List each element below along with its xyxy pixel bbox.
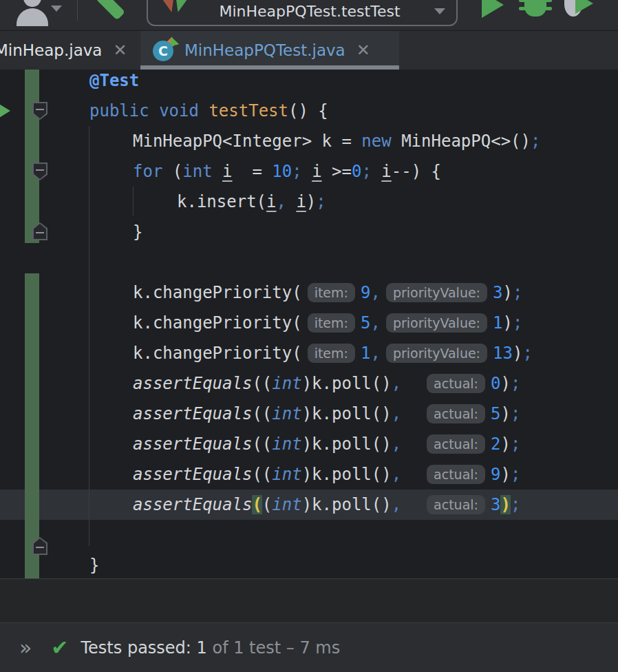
- code-line[interactable]: MinHeapPQ<Integer> k = new MinHeapPQ<>()…: [0, 126, 618, 156]
- tab-minheappqtest-java[interactable]: C MinHeapPQTest.java ✕: [140, 31, 399, 70]
- code-line[interactable]: k.changePriority(item:1,priorityValue:13…: [0, 338, 618, 368]
- code-token: ((: [252, 434, 272, 454]
- code-token: [401, 404, 421, 423]
- run-configuration-combo[interactable]: MinHeapPQTest.testTest: [147, 0, 458, 26]
- code-line[interactable]: k.changePriority(item:5,priorityValue:1)…: [0, 308, 618, 338]
- code-token: ;: [513, 313, 522, 333]
- code-line[interactable]: for (int i = 10; i >=0; i--) {: [0, 156, 618, 187]
- tab-close-icon[interactable]: ✕: [113, 41, 127, 60]
- status-bar: » ✔ Tests passed: 1 of 1 test – 7 ms: [0, 622, 618, 672]
- code-token: ;: [522, 344, 532, 363]
- code-token: 1: [361, 344, 370, 363]
- fold-marker-icon[interactable]: [32, 162, 47, 180]
- debug-button[interactable]: [522, 0, 549, 18]
- indent-guide: [133, 187, 134, 216]
- code-token: ;: [316, 192, 326, 211]
- code-line[interactable]: k.insert(i, i);: [0, 187, 618, 217]
- code-token: }: [89, 556, 99, 575]
- fold-marker-icon[interactable]: [32, 537, 47, 555]
- tab-label: MinHeap.java: [0, 41, 102, 59]
- vcs-change-bar[interactable]: [25, 70, 39, 243]
- code-line[interactable]: }: [0, 217, 618, 247]
- indent-guide: [89, 126, 89, 546]
- main-toolbar: MinHeapPQTest.testTest: [0, 0, 618, 30]
- avatar-dropdown-chevron-icon[interactable]: [51, 6, 62, 12]
- code-token: >=: [322, 162, 352, 181]
- code-token: int: [272, 495, 301, 514]
- code-token: assertEquals: [133, 374, 252, 393]
- code-token: public: [89, 101, 149, 120]
- parameter-hint: item:: [308, 283, 355, 302]
- code-token: ;: [511, 465, 520, 484]
- code-token: ): [306, 192, 316, 211]
- code-line[interactable]: public void testTest() {: [0, 96, 618, 126]
- code-token: 5: [491, 404, 500, 423]
- parameter-hint: actual:: [427, 495, 485, 514]
- code-token: (: [262, 495, 272, 514]
- code-line[interactable]: [0, 520, 618, 550]
- parameter-hint: actual:: [427, 374, 485, 393]
- run-configuration-label: MinHeapPQTest.testTest: [196, 3, 423, 20]
- test-status-message[interactable]: Tests passed: 1 of 1 test – 7 ms: [81, 638, 341, 658]
- code-token: ,: [370, 313, 380, 333]
- run-with-coverage-button[interactable]: [564, 0, 596, 21]
- code-line[interactable]: @Test: [0, 70, 618, 96]
- parameter-hint: priorityValue:: [386, 313, 487, 333]
- code-token: ,: [370, 344, 380, 363]
- code-token: int: [272, 465, 301, 484]
- code-token: [149, 101, 159, 120]
- user-avatar-icon[interactable]: [17, 0, 48, 22]
- code-token: i: [381, 162, 391, 181]
- code-line[interactable]: assertEquals((int)k.poll(), actual:9);: [0, 459, 618, 490]
- code-line[interactable]: assertEquals((int)k.poll(), actual:3);: [0, 490, 618, 520]
- code-token: ): [500, 434, 510, 454]
- code-token: [401, 465, 421, 484]
- build-hammer-icon[interactable]: [96, 0, 125, 21]
- code-line[interactable]: k.changePriority(item:9,priorityValue:3)…: [0, 277, 618, 308]
- code-token: 0: [352, 162, 361, 181]
- code-token: ): [500, 495, 510, 514]
- code-token: )k.poll(): [302, 495, 392, 514]
- code-token: ((: [252, 404, 272, 423]
- parameter-hint: priorityValue:: [386, 344, 487, 363]
- vcs-change-bar[interactable]: [25, 273, 39, 578]
- bug-icon: [524, 0, 546, 17]
- code-token: () {: [288, 101, 328, 120]
- code-token: i: [266, 192, 276, 211]
- code-token: )k.poll(): [302, 374, 392, 393]
- code-token: 2: [491, 434, 500, 454]
- tab-minheap-java[interactable]: MinHeap.java ✕: [0, 31, 140, 70]
- code-token: ;: [513, 283, 522, 302]
- code-token: ;: [531, 132, 540, 151]
- code-line[interactable]: }: [0, 550, 618, 578]
- run-test-gutter-icon[interactable]: [0, 101, 10, 120]
- run-button[interactable]: [482, 0, 504, 18]
- code-token: 9: [361, 283, 370, 302]
- code-token: ,: [392, 374, 401, 393]
- code-token: ,: [392, 434, 401, 454]
- code-token: ((: [252, 465, 272, 484]
- code-token: ): [502, 313, 512, 333]
- code-token: k.changePriority(: [133, 313, 302, 333]
- code-token: ): [500, 374, 510, 393]
- code-line[interactable]: [0, 247, 618, 277]
- code-token: ;: [292, 162, 301, 181]
- parameter-hint: priorityValue:: [386, 283, 487, 302]
- run-configuration-chevron-icon[interactable]: [434, 8, 445, 14]
- fold-marker-icon[interactable]: [32, 102, 47, 120]
- code-token: ;: [511, 434, 520, 454]
- bottom-panel: [0, 578, 618, 622]
- fold-marker-icon[interactable]: [32, 222, 47, 240]
- code-token: int: [272, 434, 301, 454]
- code-line[interactable]: assertEquals((int)k.poll(), actual:5);: [0, 399, 618, 429]
- code-token: ,: [370, 283, 380, 302]
- java-class-icon: C: [153, 39, 175, 61]
- code-line[interactable]: assertEquals((int)k.poll(), actual:2);: [0, 429, 618, 459]
- expand-chevrons-icon[interactable]: »: [19, 636, 32, 660]
- code-line[interactable]: assertEquals((int)k.poll(), actual:0);: [0, 368, 618, 399]
- code-token: ;: [511, 404, 520, 423]
- code-editor[interactable]: @Testpublic void testTest() {MinHeapPQ<I…: [0, 70, 618, 578]
- code-token: k.changePriority(: [133, 344, 302, 363]
- code-token: 9: [491, 465, 500, 484]
- tab-close-icon[interactable]: ✕: [356, 41, 370, 60]
